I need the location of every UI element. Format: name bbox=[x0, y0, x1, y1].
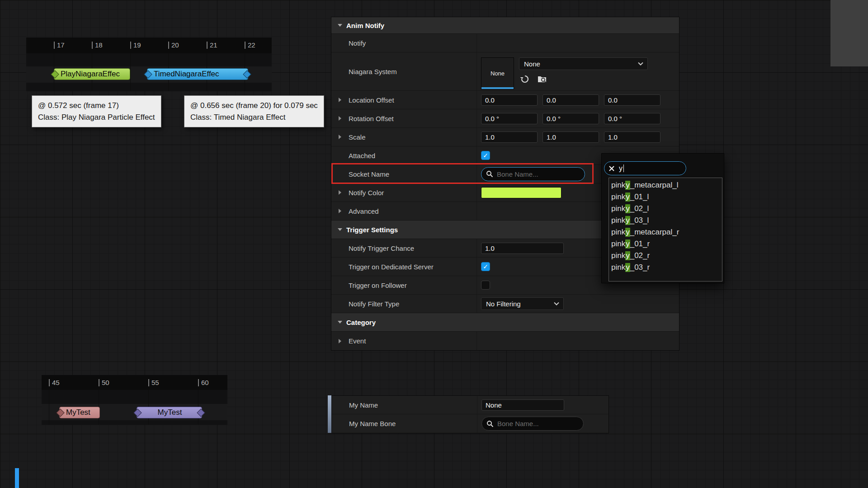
expander-icon[interactable] bbox=[339, 135, 341, 139]
timeline-ruler-bottom[interactable]: 45 50 55 60 bbox=[42, 375, 227, 390]
notify-mytest-1[interactable]: MyTest bbox=[59, 407, 100, 418]
rotation-z-field[interactable]: 0.0 ° bbox=[604, 113, 660, 124]
bone-list-item[interactable]: pinky_01_l bbox=[609, 191, 722, 203]
tooltip-time: @ 0.572 sec (frame 17) bbox=[38, 100, 155, 112]
red-highlight-box bbox=[331, 163, 594, 184]
niagara-asset-combo[interactable]: None bbox=[519, 57, 648, 70]
bone-list-item[interactable]: pinky_metacarpal_r bbox=[609, 226, 722, 238]
timeline-ruler-top[interactable]: 17 18 19 20 21 22 bbox=[26, 38, 272, 53]
row-label: Rotation Offset bbox=[331, 109, 477, 127]
section-title: Anim Notify bbox=[346, 22, 384, 29]
scale-z-field[interactable]: 1.0 bbox=[604, 131, 660, 143]
my-name-panel: My Name None My Name Bone Bone Name... bbox=[331, 395, 609, 433]
notify-color-swatch[interactable] bbox=[481, 187, 561, 198]
row-label: My Name Bone bbox=[332, 414, 477, 433]
frame-label: 22 bbox=[245, 42, 255, 49]
notify-label: PlayNiagaraEffec bbox=[61, 70, 120, 79]
thumbnail-label: None bbox=[491, 70, 505, 77]
row-rotation-offset: Rotation Offset 0.0 ° 0.0 ° 0.0 ° bbox=[331, 109, 679, 128]
row-label: Scale bbox=[331, 128, 477, 146]
expander-icon[interactable] bbox=[339, 190, 341, 195]
chevron-down-icon bbox=[338, 321, 342, 324]
row-label: Event bbox=[331, 332, 477, 350]
browse-to-asset-icon[interactable] bbox=[537, 74, 547, 84]
chevron-down-icon bbox=[554, 302, 559, 305]
bone-list-item[interactable]: pinky_03_r bbox=[609, 262, 722, 273]
scale-y-field[interactable]: 1.0 bbox=[542, 131, 599, 143]
row-label: Notify bbox=[331, 34, 477, 52]
row-label: Niagara System bbox=[331, 52, 477, 90]
notify-timed-niagara[interactable]: TimedNiagaraEffec bbox=[147, 68, 248, 80]
row-scale: Scale 1.0 1.0 1.0 bbox=[331, 128, 679, 146]
bone-list-item[interactable]: pinky_03_l bbox=[609, 215, 722, 226]
clear-search-icon[interactable] bbox=[609, 165, 615, 172]
bone-search-input[interactable]: y bbox=[604, 161, 686, 175]
niagara-asset-thumbnail[interactable]: None bbox=[481, 57, 514, 89]
bone-list-item[interactable]: pinky_02_l bbox=[609, 203, 722, 215]
section-header-category[interactable]: Category bbox=[331, 313, 679, 332]
combo-value: None bbox=[524, 60, 540, 68]
my-name-field[interactable]: None bbox=[481, 399, 564, 411]
grid-line bbox=[49, 390, 49, 425]
row-label: Advanced bbox=[331, 202, 477, 220]
row-my-name-bone: My Name Bone Bone Name... bbox=[332, 414, 609, 433]
chevron-down-icon bbox=[338, 228, 342, 231]
row-label: Notify Trigger Chance bbox=[331, 239, 477, 257]
selection-accent-bar bbox=[328, 395, 331, 433]
frame-label: 45 bbox=[49, 379, 60, 386]
notify-label: MyTest bbox=[158, 408, 182, 417]
frame-label: 20 bbox=[168, 42, 179, 49]
filter-type-combo[interactable]: No Filtering bbox=[481, 297, 564, 310]
tooltip-time: @ 0.656 sec (frame 20) for 0.079 sec bbox=[190, 100, 318, 112]
row-label: Attached bbox=[331, 146, 477, 164]
tooltip-class: Class: Timed Niagara Effect bbox=[190, 112, 318, 123]
rotation-y-field[interactable]: 0.0 ° bbox=[542, 113, 599, 124]
bone-list-item[interactable]: pinky_01_r bbox=[609, 238, 722, 250]
section-title: Category bbox=[346, 319, 376, 326]
vector-x-field[interactable]: 0.0 bbox=[481, 94, 538, 106]
asset-type-color-bar bbox=[481, 87, 514, 89]
expander-icon[interactable] bbox=[339, 209, 341, 213]
section-title: Trigger Settings bbox=[346, 226, 398, 234]
tooltip-timed-niagara: @ 0.656 sec (frame 20) for 0.079 sec Cla… bbox=[184, 95, 324, 127]
text-cursor bbox=[623, 164, 624, 172]
notify-play-niagara[interactable]: PlayNiagaraEffec bbox=[54, 68, 130, 80]
rotation-x-field[interactable]: 0.0 ° bbox=[481, 113, 538, 124]
input-placeholder: Bone Name... bbox=[497, 420, 539, 427]
tooltip-class: Class: Play Niagara Particle Effect bbox=[38, 112, 155, 123]
bone-picker-popup: y pinky_metacarpal_l pinky_01_l pinky_02… bbox=[601, 153, 724, 283]
anim-notify-editor: 17 18 19 20 21 22 PlayNiagaraEffec Timed… bbox=[0, 0, 868, 488]
dedicated-server-checkbox[interactable]: ✓ bbox=[481, 262, 490, 271]
row-label: Location Offset bbox=[331, 91, 477, 109]
follower-checkbox[interactable]: ✓ bbox=[481, 281, 490, 290]
frame-label: 18 bbox=[92, 42, 103, 49]
vector-y-field[interactable]: 0.0 bbox=[542, 94, 599, 106]
notify-mytest-2[interactable]: MyTest bbox=[137, 407, 202, 418]
bone-list: pinky_metacarpal_l pinky_01_l pinky_02_l… bbox=[609, 178, 722, 282]
search-query-text: y bbox=[619, 164, 623, 173]
expander-icon[interactable] bbox=[339, 116, 341, 121]
row-label: Notify Filter Type bbox=[331, 295, 477, 313]
expander-icon[interactable] bbox=[339, 98, 341, 102]
trigger-chance-field[interactable]: 1.0 bbox=[481, 243, 564, 254]
frame-label: 21 bbox=[207, 42, 217, 49]
row-niagara-system: Niagara System None None bbox=[331, 52, 679, 91]
frame-label: 60 bbox=[198, 379, 209, 386]
row-label: Trigger on Follower bbox=[331, 276, 477, 294]
row-notify-filter-type: Notify Filter Type No Filtering bbox=[331, 295, 679, 313]
section-header-anim-notify[interactable]: Anim Notify bbox=[331, 17, 679, 34]
bone-list-item[interactable]: pinky_02_r bbox=[609, 250, 722, 262]
row-notify: Notify bbox=[331, 34, 679, 52]
use-selected-asset-icon[interactable] bbox=[520, 74, 530, 84]
attached-checkbox[interactable]: ✓ bbox=[481, 151, 490, 160]
notify-label: TimedNiagaraEffec bbox=[154, 70, 219, 79]
expander-icon[interactable] bbox=[339, 339, 341, 343]
my-name-bone-search-input[interactable]: Bone Name... bbox=[481, 417, 584, 431]
row-location-offset: Location Offset 0.0 0.0 0.0 bbox=[331, 91, 679, 109]
bone-list-item[interactable]: pinky_metacarpal_l bbox=[609, 179, 722, 191]
scale-x-field[interactable]: 1.0 bbox=[481, 131, 538, 143]
row-label: Trigger on Dedicated Server bbox=[331, 258, 477, 276]
vector-z-field[interactable]: 0.0 bbox=[604, 94, 660, 106]
frame-label: 50 bbox=[99, 379, 109, 386]
grid-line bbox=[130, 53, 131, 91]
